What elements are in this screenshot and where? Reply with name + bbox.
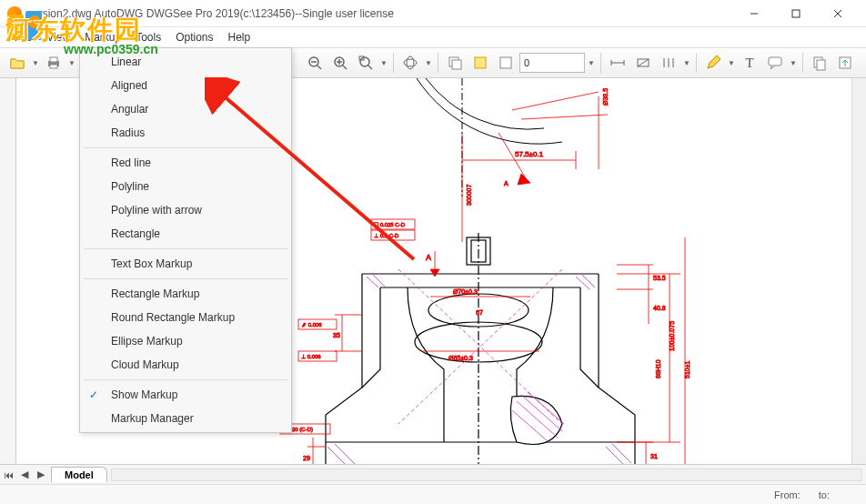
vertical-scrollbar[interactable] (851, 78, 866, 464)
svg-text:Ø65±0.3: Ø65±0.3 (448, 355, 473, 361)
svg-rect-25 (500, 57, 511, 68)
svg-rect-24 (475, 57, 486, 68)
svg-text:35: 35 (333, 332, 340, 338)
dd-show-markup[interactable]: ✓Show Markup (80, 383, 291, 407)
pen-dropdown-icon[interactable]: ▼ (727, 59, 736, 67)
print-dropdown-icon[interactable]: ▼ (67, 59, 76, 67)
measure-dropdown-icon[interactable]: ▼ (682, 59, 691, 67)
menu-view[interactable]: View (39, 29, 77, 45)
svg-rect-9 (50, 65, 57, 68)
menu-help[interactable]: Help (221, 29, 258, 45)
app-icon (7, 6, 22, 21)
layers-icon[interactable] (443, 51, 467, 75)
dd-radius[interactable]: Radius (80, 121, 291, 145)
svg-text:67: 67 (476, 309, 483, 316)
svg-line-11 (317, 66, 321, 69)
view3d-icon[interactable] (398, 51, 422, 75)
dd-ellipse-markup[interactable]: Ellipse Markup (80, 329, 291, 353)
tabbar: ⏮ ◀ ▶ Model (0, 464, 866, 484)
tab-model[interactable]: Model (51, 467, 107, 482)
comment-dropdown-icon[interactable]: ▼ (789, 59, 798, 67)
window-title: version2.dwg AutoDWG DWGSee Pro 2019(c:\… (27, 7, 733, 20)
vertical-ruler (0, 78, 16, 464)
horizontal-scrollbar[interactable] (111, 469, 862, 481)
svg-text:300007: 300007 (466, 185, 472, 206)
svg-line-14 (343, 66, 347, 69)
svg-text:31: 31 (650, 453, 658, 459)
svg-text:100±0.075: 100±0.075 (669, 321, 675, 351)
dd-rectangle-markup[interactable]: Rectangle Markup (80, 282, 291, 306)
svg-rect-34 (769, 57, 781, 66)
zoom-dropdown-icon[interactable]: ▼ (379, 59, 388, 67)
svg-text:☐ 0.025 C-D: ☐ 0.025 C-D (374, 222, 406, 227)
layer-state-icon[interactable] (468, 51, 492, 75)
dd-angular[interactable]: Angular (80, 97, 291, 121)
dd-polyline[interactable]: Polyline (80, 175, 291, 198)
print-icon[interactable] (42, 51, 65, 75)
text-icon[interactable]: T (738, 51, 761, 75)
statusbar: From: to: (0, 484, 866, 504)
menu-markup[interactable]: Markup (77, 29, 128, 45)
svg-line-65 (582, 275, 595, 287)
layer-color-icon[interactable] (494, 51, 518, 75)
tab-nav-next-icon[interactable]: ▶ (33, 469, 49, 480)
svg-text:A: A (504, 180, 509, 186)
dd-aligned[interactable]: Aligned (80, 74, 291, 97)
layer-select[interactable] (519, 53, 585, 73)
svg-text:Ø70±0.3: Ø70±0.3 (453, 288, 478, 295)
svg-text:A: A (426, 253, 431, 262)
svg-point-20 (404, 59, 417, 66)
copy-icon[interactable] (808, 51, 831, 75)
svg-text:29: 29 (303, 455, 310, 461)
svg-rect-4 (792, 10, 800, 17)
menu-file[interactable]: File (7, 29, 39, 45)
svg-text:⊥ 0.006: ⊥ 0.006 (301, 354, 321, 359)
svg-point-17 (360, 57, 369, 66)
dd-linear[interactable]: Linear (80, 50, 291, 74)
minimize-button[interactable] (733, 0, 775, 27)
status-to-label: to: (819, 489, 830, 500)
open-dropdown-icon[interactable]: ▼ (31, 59, 40, 67)
pen-icon[interactable] (701, 51, 725, 75)
dd-round-rectangle-markup[interactable]: Round Rectangle Markup (80, 306, 291, 329)
dd-rectangle[interactable]: Rectangle (80, 222, 291, 246)
tab-nav-first-icon[interactable]: ⏮ (0, 469, 16, 480)
measure-area-icon[interactable] (631, 51, 655, 75)
svg-line-66 (327, 447, 346, 464)
export-icon[interactable] (833, 51, 857, 75)
svg-text:53.5: 53.5 (653, 275, 666, 281)
measure-align-icon[interactable] (657, 51, 680, 75)
dd-cloud-markup[interactable]: Cloud Markup (80, 353, 291, 377)
menubar: File View Markup Tools Options Help (0, 27, 866, 47)
svg-line-18 (368, 66, 372, 69)
markup-dropdown: Linear Aligned Angular Radius Red line P… (79, 47, 292, 433)
dd-markup-manager[interactable]: Markup Manager (80, 407, 291, 430)
maximize-button[interactable] (775, 0, 817, 27)
dd-polyline-arrow[interactable]: Polyline with arrow (80, 198, 291, 222)
close-button[interactable] (817, 0, 859, 27)
svg-text:510±1: 510±1 (684, 360, 690, 378)
measure-linear-icon[interactable] (606, 51, 629, 75)
svg-line-68 (612, 444, 631, 463)
svg-line-67 (335, 444, 355, 464)
zoom-out-icon[interactable] (303, 51, 327, 75)
menu-options[interactable]: Options (168, 29, 220, 45)
open-icon[interactable] (5, 51, 29, 75)
view3d-dropdown-icon[interactable]: ▼ (424, 59, 433, 67)
svg-rect-8 (50, 57, 57, 62)
svg-text:57.5±0.1: 57.5±0.1 (515, 150, 544, 158)
svg-line-69 (606, 447, 624, 464)
svg-line-63 (373, 275, 386, 287)
svg-rect-23 (452, 60, 461, 69)
comment-icon[interactable] (763, 51, 787, 75)
layer-dropdown-icon[interactable]: ▼ (587, 59, 596, 67)
dd-textbox-markup[interactable]: Text Box Markup (80, 252, 291, 276)
zoom-in-icon[interactable] (328, 51, 352, 75)
zoom-window-icon[interactable] (354, 51, 378, 75)
svg-text:88H10: 88H10 (655, 359, 661, 378)
svg-text:⫽ 0.006: ⫽ 0.006 (301, 322, 322, 328)
dd-red-line[interactable]: Red line (80, 151, 291, 175)
svg-text:Ø38.5: Ø38.5 (602, 88, 609, 106)
tab-nav-prev-icon[interactable]: ◀ (16, 469, 33, 480)
menu-tools[interactable]: Tools (128, 29, 168, 45)
